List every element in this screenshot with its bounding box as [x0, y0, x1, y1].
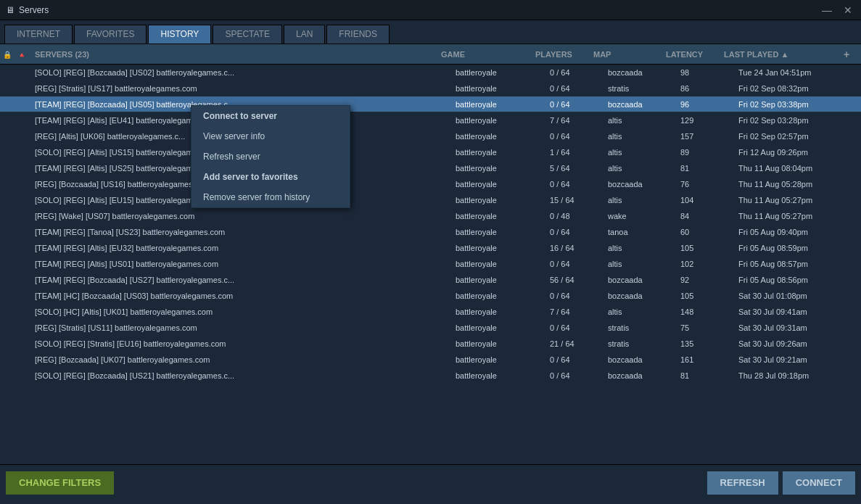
row-game: battleroyale — [456, 355, 550, 364]
table-row[interactable]: [SOLO] [REG] [Altis] [EU15] battleroyale… — [0, 192, 861, 208]
row-players: 0 / 64 — [550, 100, 608, 109]
table-row[interactable]: [SOLO] [HC] [Altis] [UK01] battleroyaleg… — [0, 304, 861, 320]
right-buttons: REFRESH CONNECT — [707, 471, 855, 495]
row-lastplayed: Thu 11 Aug 05:27pm — [738, 212, 858, 220]
table-row[interactable]: [SOLO] [REG] [Bozcaada] [US02] battleroy… — [0, 65, 861, 80]
row-game: battleroyale — [456, 323, 550, 332]
connect-button[interactable]: CONNECT — [783, 471, 855, 495]
row-map: altis — [608, 164, 680, 173]
table-row[interactable]: [SOLO] [REG] [Stratis] [EU16] battleroya… — [0, 336, 861, 352]
table-row[interactable]: [REG] [Altis] [UK06] battleroyalegames.c… — [0, 128, 861, 144]
refresh-button[interactable]: REFRESH — [707, 471, 778, 495]
minimize-button[interactable]: — — [819, 4, 835, 16]
row-lastplayed: Fri 02 Sep 03:28pm — [738, 116, 858, 125]
table-row[interactable]: [REG] [Stratis] [US11] battleroyalegames… — [0, 320, 861, 336]
col-header-add[interactable]: + — [844, 49, 858, 60]
row-latency: 157 — [680, 132, 738, 141]
context-menu-item-view-info[interactable]: View server info — [191, 126, 350, 146]
col-header-players[interactable]: PLAYERS — [535, 50, 593, 59]
row-game: battleroyale — [456, 244, 550, 252]
table-row[interactable]: [REG] [Bozcaada] [US16] battleroyalegame… — [0, 176, 861, 192]
table-row[interactable]: [TEAM] [REG] [Altis] [EU32] battleroyale… — [0, 240, 861, 256]
row-players: 16 / 64 — [550, 244, 608, 252]
tab-favorites[interactable]: FAVORITES — [74, 25, 147, 44]
row-players: 0 / 64 — [550, 132, 608, 141]
row-latency: 89 — [680, 148, 738, 157]
row-game: battleroyale — [456, 307, 550, 316]
title-controls: — ✕ — [819, 4, 855, 16]
row-lastplayed: Fri 12 Aug 09:26pm — [738, 148, 858, 157]
table-row[interactable]: [TEAM] [REG] [Altis] [EU41] battleroyale… — [0, 112, 861, 128]
row-game: battleroyale — [456, 164, 550, 173]
row-game: battleroyale — [456, 116, 550, 125]
row-map: altis — [608, 116, 680, 125]
table-row[interactable]: [SOLO] [REG] [Altis] [US15] battleroyale… — [0, 144, 861, 160]
row-map: altis — [608, 307, 680, 316]
row-server-name: [SOLO] [HC] [Altis] [UK01] battleroyaleg… — [32, 307, 456, 316]
close-button[interactable]: ✕ — [841, 4, 855, 16]
row-latency: 81 — [680, 164, 738, 173]
table-row[interactable]: [REG] [Bozcaada] [UK07] battleroyalegame… — [0, 352, 861, 368]
table-row[interactable]: [REG] [Stratis] [US17] battleroyalegames… — [0, 80, 861, 96]
context-menu-item-connect[interactable]: Connect to server — [191, 106, 350, 126]
row-players: 7 / 64 — [550, 116, 608, 125]
tab-lan[interactable]: LAN — [284, 25, 325, 44]
tab-internet[interactable]: INTERNET — [4, 25, 73, 44]
row-players: 15 / 64 — [550, 196, 608, 205]
row-server-name: [REG] [Wake] [US07] battleroyalegames.co… — [32, 212, 456, 220]
row-map: stratis — [608, 323, 680, 332]
table-row[interactable]: [TEAM] [HC] [Bozcaada] [US03] battleroya… — [0, 288, 861, 304]
row-lastplayed: Thu 11 Aug 05:28pm — [738, 180, 858, 189]
row-game: battleroyale — [456, 196, 550, 205]
col-header-server[interactable]: SERVERS (23) — [32, 50, 441, 59]
row-game: battleroyale — [456, 228, 550, 236]
table-row[interactable]: [TEAM] [REG] [Altis] [US25] battleroyale… — [0, 160, 861, 176]
row-lastplayed: Thu 11 Aug 05:27pm — [738, 196, 858, 205]
row-game: battleroyale — [456, 180, 550, 189]
main-content: 🔒 🔺 SERVERS (23) GAME PLAYERS MAP LATENC… — [0, 44, 861, 464]
col-header-map[interactable]: MAP — [593, 50, 666, 59]
table-row[interactable]: [TEAM] [REG] [Bozcaada] [US27] battleroy… — [0, 272, 861, 288]
table-row[interactable]: [TEAM] [REG] [Altis] [US01] battleroyale… — [0, 256, 861, 272]
table-row[interactable]: [REG] [Wake] [US07] battleroyalegames.co… — [0, 208, 861, 224]
context-menu-item-add-favorites[interactable]: Add server to favorites — [191, 167, 350, 187]
row-map: stratis — [608, 84, 680, 93]
row-server-name: [TEAM] [REG] [Tanoa] [US23] battleroyale… — [32, 228, 456, 236]
col-header-game[interactable]: GAME — [441, 50, 535, 59]
row-latency: 148 — [680, 307, 738, 316]
row-server-name: [SOLO] [REG] [Stratis] [EU16] battleroya… — [32, 339, 456, 348]
tab-history[interactable]: HISTORY — [148, 25, 211, 44]
tab-friends[interactable]: FRIENDS — [326, 25, 390, 44]
context-menu-item-refresh[interactable]: Refresh server — [191, 146, 350, 167]
row-lastplayed: Sat 30 Jul 01:08pm — [738, 292, 858, 300]
row-latency: 92 — [680, 276, 738, 284]
row-lastplayed: Fri 02 Sep 02:57pm — [738, 132, 858, 141]
row-game: battleroyale — [456, 212, 550, 220]
title-text: Servers — [19, 5, 49, 15]
table-row[interactable]: [TEAM] [REG] [Tanoa] [US23] battleroyale… — [0, 224, 861, 240]
row-lastplayed: Fri 05 Aug 08:57pm — [738, 260, 858, 268]
title-bar-left: 🖥 Servers — [6, 5, 49, 15]
tab-spectate[interactable]: SPECTATE — [213, 25, 282, 44]
row-map: altis — [608, 244, 680, 252]
col-header-boost: 🔺 — [17, 50, 32, 59]
table-row[interactable]: [TEAM] [REG] [Bozcaada] [US05] battleroy… — [0, 96, 861, 112]
row-latency: 105 — [680, 292, 738, 300]
col-header-lastplayed[interactable]: LAST PLAYED ▲ — [724, 50, 844, 59]
context-menu-item-remove-history[interactable]: Remove server from history — [191, 187, 350, 207]
change-filters-button[interactable]: CHANGE FILTERS — [6, 471, 114, 495]
row-map: altis — [608, 132, 680, 141]
tab-bar: INTERNET FAVORITES HISTORY SPECTATE LAN … — [0, 20, 861, 44]
row-latency: 135 — [680, 339, 738, 348]
col-header-latency[interactable]: LATENCY — [666, 50, 724, 59]
row-players: 0 / 48 — [550, 212, 608, 220]
server-list: [SOLO] [REG] [Bozcaada] [US02] battleroy… — [0, 65, 861, 464]
row-players: 0 / 64 — [550, 292, 608, 300]
row-players: 0 / 64 — [550, 84, 608, 93]
row-map: bozcaada — [608, 292, 680, 300]
row-players: 7 / 64 — [550, 307, 608, 316]
row-map: bozcaada — [608, 180, 680, 189]
table-row[interactable]: [SOLO] [REG] [Bozcaada] [US21] battleroy… — [0, 368, 861, 384]
app-icon: 🖥 — [6, 5, 15, 15]
row-map: altis — [608, 260, 680, 268]
